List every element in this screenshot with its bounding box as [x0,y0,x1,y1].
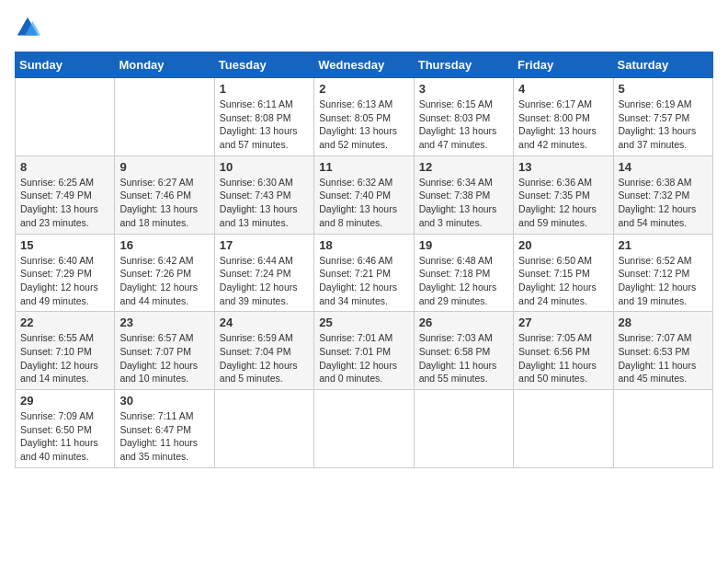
logo-icon [15,15,40,40]
calendar-week-row: 8 Sunrise: 6:25 AM Sunset: 7:49 PM Dayli… [16,155,713,234]
table-row: 24 Sunrise: 6:59 AM Sunset: 7:04 PM Dayl… [214,312,313,390]
day-detail: Sunrise: 6:57 AM Sunset: 7:07 PM Dayligh… [119,331,209,385]
day-number: 17 [220,238,309,252]
calendar-week-row: 22 Sunrise: 6:55 AM Sunset: 7:10 PM Dayl… [16,312,713,390]
day-number: 23 [119,316,209,329]
table-row: 9 Sunrise: 6:27 AM Sunset: 7:46 PM Dayli… [115,155,214,234]
day-number: 29 [20,394,109,408]
day-detail: Sunrise: 6:46 AM Sunset: 7:21 PM Dayligh… [319,254,408,308]
day-number: 22 [20,316,109,329]
table-row: 15 Sunrise: 6:40 AM Sunset: 7:29 PM Dayl… [16,234,115,312]
table-row [16,78,115,156]
day-detail: Sunrise: 7:03 AM Sunset: 6:58 PM Dayligh… [419,331,508,385]
table-row [115,78,214,156]
logo [15,15,44,40]
table-row: 12 Sunrise: 6:34 AM Sunset: 7:38 PM Dayl… [414,155,513,234]
table-row: 13 Sunrise: 6:36 AM Sunset: 7:35 PM Dayl… [514,155,613,234]
table-row: 21 Sunrise: 6:52 AM Sunset: 7:12 PM Dayl… [613,234,712,312]
table-row: 22 Sunrise: 6:55 AM Sunset: 7:10 PM Dayl… [16,312,115,390]
table-row [314,390,414,468]
page-header [15,15,713,40]
table-row: 2 Sunrise: 6:13 AM Sunset: 8:05 PM Dayli… [314,78,414,156]
calendar-week-row: 1 Sunrise: 6:11 AM Sunset: 8:08 PM Dayli… [16,78,713,156]
day-number: 12 [419,160,508,174]
day-detail: Sunrise: 7:05 AM Sunset: 6:56 PM Dayligh… [518,331,608,385]
day-detail: Sunrise: 6:34 AM Sunset: 7:38 PM Dayligh… [419,176,508,230]
day-number: 2 [319,82,408,96]
day-number: 26 [419,316,508,329]
table-row: 14 Sunrise: 6:38 AM Sunset: 7:32 PM Dayl… [613,155,712,234]
table-row: 16 Sunrise: 6:42 AM Sunset: 7:26 PM Dayl… [115,234,214,312]
day-detail: Sunrise: 6:27 AM Sunset: 7:46 PM Dayligh… [119,176,209,230]
header-thursday: Thursday [414,52,513,78]
table-row [613,390,712,468]
day-number: 18 [319,238,408,252]
table-row: 10 Sunrise: 6:30 AM Sunset: 7:43 PM Dayl… [214,155,313,234]
table-row: 17 Sunrise: 6:44 AM Sunset: 7:24 PM Dayl… [214,234,313,312]
table-row: 3 Sunrise: 6:15 AM Sunset: 8:03 PM Dayli… [414,78,513,156]
table-row: 30 Sunrise: 7:11 AM Sunset: 6:47 PM Dayl… [115,390,214,468]
day-number: 24 [220,316,309,329]
table-row: 4 Sunrise: 6:17 AM Sunset: 8:00 PM Dayli… [514,78,613,156]
day-number: 9 [119,160,209,174]
day-detail: Sunrise: 6:32 AM Sunset: 7:40 PM Dayligh… [319,176,408,230]
table-row: 28 Sunrise: 7:07 AM Sunset: 6:53 PM Dayl… [613,312,712,390]
table-row: 29 Sunrise: 7:09 AM Sunset: 6:50 PM Dayl… [16,390,115,468]
day-number: 8 [20,160,109,174]
day-number: 10 [220,160,309,174]
table-row: 25 Sunrise: 7:01 AM Sunset: 7:01 PM Dayl… [314,312,414,390]
day-detail: Sunrise: 7:01 AM Sunset: 7:01 PM Dayligh… [319,331,408,385]
header-sunday: Sunday [16,52,115,78]
day-number: 3 [419,82,508,96]
table-row: 19 Sunrise: 6:48 AM Sunset: 7:18 PM Dayl… [414,234,513,312]
day-number: 16 [119,238,209,252]
day-number: 4 [518,82,608,96]
day-number: 1 [220,82,309,96]
day-detail: Sunrise: 6:25 AM Sunset: 7:49 PM Dayligh… [20,176,109,230]
header-tuesday: Tuesday [214,52,313,78]
table-row: 1 Sunrise: 6:11 AM Sunset: 8:08 PM Dayli… [214,78,313,156]
day-detail: Sunrise: 6:11 AM Sunset: 8:08 PM Dayligh… [220,98,309,152]
table-row: 18 Sunrise: 6:46 AM Sunset: 7:21 PM Dayl… [314,234,414,312]
table-row: 23 Sunrise: 6:57 AM Sunset: 7:07 PM Dayl… [115,312,214,390]
day-detail: Sunrise: 6:40 AM Sunset: 7:29 PM Dayligh… [20,254,109,308]
header-wednesday: Wednesday [314,52,414,78]
header-friday: Friday [514,52,613,78]
day-detail: Sunrise: 7:11 AM Sunset: 6:47 PM Dayligh… [119,409,209,464]
day-detail: Sunrise: 6:19 AM Sunset: 7:57 PM Dayligh… [619,98,708,152]
day-detail: Sunrise: 6:13 AM Sunset: 8:05 PM Dayligh… [319,98,408,152]
table-row [214,390,313,468]
day-detail: Sunrise: 7:09 AM Sunset: 6:50 PM Dayligh… [20,409,109,464]
table-row: 26 Sunrise: 7:03 AM Sunset: 6:58 PM Dayl… [414,312,513,390]
table-row: 27 Sunrise: 7:05 AM Sunset: 6:56 PM Dayl… [514,312,613,390]
day-detail: Sunrise: 6:17 AM Sunset: 8:00 PM Dayligh… [518,98,608,152]
day-detail: Sunrise: 6:30 AM Sunset: 7:43 PM Dayligh… [220,176,309,230]
day-detail: Sunrise: 6:55 AM Sunset: 7:10 PM Dayligh… [20,331,109,385]
day-detail: Sunrise: 6:48 AM Sunset: 7:18 PM Dayligh… [419,254,508,308]
day-number: 21 [619,238,708,252]
day-detail: Sunrise: 6:59 AM Sunset: 7:04 PM Dayligh… [220,331,309,385]
day-number: 20 [518,238,608,252]
calendar-week-row: 15 Sunrise: 6:40 AM Sunset: 7:29 PM Dayl… [16,234,713,312]
day-detail: Sunrise: 6:50 AM Sunset: 7:15 PM Dayligh… [518,254,608,308]
day-number: 5 [619,82,708,96]
calendar-week-row: 29 Sunrise: 7:09 AM Sunset: 6:50 PM Dayl… [16,390,713,468]
day-detail: Sunrise: 6:52 AM Sunset: 7:12 PM Dayligh… [619,254,708,308]
day-number: 28 [619,316,708,329]
day-detail: Sunrise: 6:38 AM Sunset: 7:32 PM Dayligh… [619,176,708,230]
table-row: 20 Sunrise: 6:50 AM Sunset: 7:15 PM Dayl… [514,234,613,312]
header-saturday: Saturday [613,52,712,78]
day-number: 13 [518,160,608,174]
day-detail: Sunrise: 6:44 AM Sunset: 7:24 PM Dayligh… [220,254,309,308]
table-row [414,390,513,468]
day-number: 27 [518,316,608,329]
day-number: 25 [319,316,408,329]
day-detail: Sunrise: 6:36 AM Sunset: 7:35 PM Dayligh… [518,176,608,230]
day-number: 30 [119,394,209,408]
calendar-header-row: SundayMondayTuesdayWednesdayThursdayFrid… [16,52,713,78]
header-monday: Monday [115,52,214,78]
day-number: 15 [20,238,109,252]
day-number: 11 [319,160,408,174]
day-number: 19 [419,238,508,252]
day-number: 14 [619,160,708,174]
